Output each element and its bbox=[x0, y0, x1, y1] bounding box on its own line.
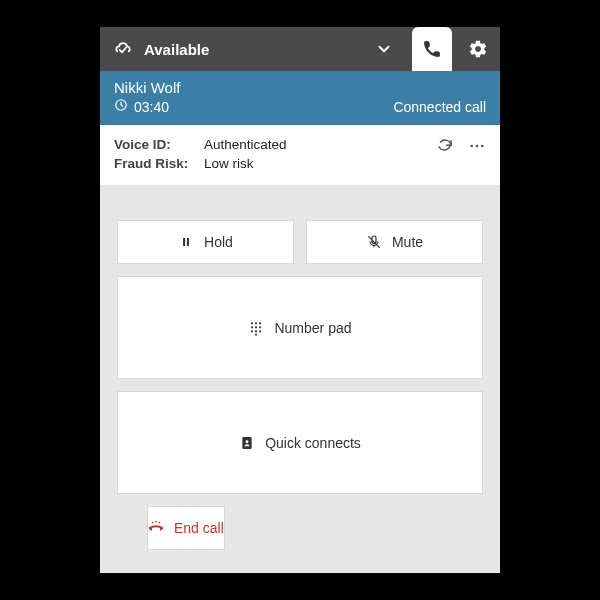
availability-label: Available bbox=[144, 41, 209, 58]
quick-connects-label: Quick connects bbox=[265, 435, 361, 451]
svg-point-14 bbox=[255, 330, 257, 332]
voice-id-label: Voice ID: bbox=[114, 137, 194, 152]
end-call-button[interactable]: End call bbox=[148, 507, 224, 549]
refresh-button[interactable] bbox=[436, 137, 454, 155]
contacts-icon bbox=[239, 435, 255, 451]
svg-rect-5 bbox=[187, 238, 189, 246]
end-call-icon bbox=[148, 520, 164, 536]
dialpad-icon bbox=[248, 320, 264, 336]
svg-point-12 bbox=[259, 326, 261, 328]
caller-name: Nikki Wolf bbox=[114, 79, 486, 96]
status-dropdown[interactable] bbox=[370, 35, 398, 63]
end-call-label: End call bbox=[174, 520, 224, 536]
softphone-panel: Available Nikki Wolf bbox=[100, 27, 500, 573]
call-timer: 03:40 bbox=[114, 98, 169, 115]
voice-info-bar: Voice ID: Authenticated Fraud Risk: Low … bbox=[100, 125, 500, 185]
svg-point-20 bbox=[159, 522, 161, 524]
call-status: Connected call bbox=[393, 99, 486, 115]
svg-point-13 bbox=[251, 330, 253, 332]
svg-point-16 bbox=[255, 333, 257, 335]
pause-icon bbox=[178, 234, 194, 250]
clock-icon bbox=[114, 98, 128, 115]
fraud-risk-label: Fraud Risk: bbox=[114, 156, 194, 171]
svg-point-21 bbox=[155, 521, 157, 523]
svg-point-9 bbox=[259, 322, 261, 324]
voice-id-value: Authenticated bbox=[204, 137, 287, 152]
svg-point-15 bbox=[259, 330, 261, 332]
phone-tab[interactable] bbox=[412, 27, 452, 71]
call-info-bar: Nikki Wolf 03:40 Connected call bbox=[100, 71, 500, 125]
svg-point-11 bbox=[255, 326, 257, 328]
controls-area: Hold Mute bbox=[100, 185, 500, 573]
svg-point-3 bbox=[481, 145, 484, 148]
svg-point-8 bbox=[255, 322, 257, 324]
hold-label: Hold bbox=[204, 234, 233, 250]
svg-point-10 bbox=[251, 326, 253, 328]
svg-point-18 bbox=[246, 440, 249, 443]
mute-label: Mute bbox=[392, 234, 423, 250]
timer-value: 03:40 bbox=[134, 99, 169, 115]
topbar: Available bbox=[100, 27, 500, 71]
mute-button[interactable]: Mute bbox=[307, 221, 482, 263]
svg-point-2 bbox=[476, 145, 479, 148]
settings-button[interactable] bbox=[464, 35, 492, 63]
svg-point-7 bbox=[251, 322, 253, 324]
svg-point-1 bbox=[470, 145, 473, 148]
quick-connects-button[interactable]: Quick connects bbox=[118, 392, 482, 493]
svg-point-19 bbox=[152, 522, 154, 524]
number-pad-button[interactable]: Number pad bbox=[118, 277, 482, 378]
hold-button[interactable]: Hold bbox=[118, 221, 293, 263]
more-menu-button[interactable] bbox=[468, 137, 486, 155]
mic-off-icon bbox=[366, 234, 382, 250]
svg-rect-4 bbox=[183, 238, 185, 246]
fraud-risk-value: Low risk bbox=[204, 156, 254, 171]
availability-icon bbox=[112, 38, 134, 60]
number-pad-label: Number pad bbox=[274, 320, 351, 336]
